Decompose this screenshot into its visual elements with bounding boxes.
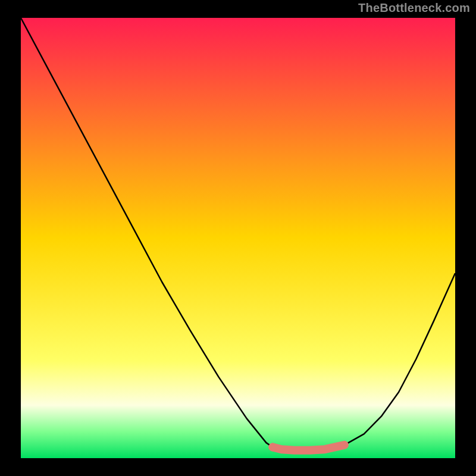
optimal-point-dot (268, 443, 277, 452)
plot-background (21, 18, 455, 458)
bottleneck-chart (0, 0, 476, 476)
chart-stage: TheBottleneck.com (0, 0, 476, 476)
